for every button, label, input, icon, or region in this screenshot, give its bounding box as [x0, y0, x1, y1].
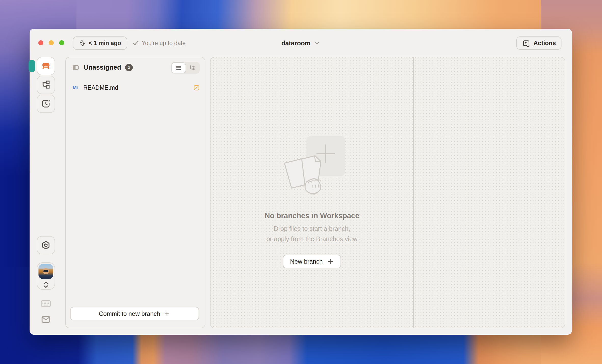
file-name: README.md: [83, 84, 118, 91]
empty-line1: Drop files to start a branch,: [274, 225, 350, 232]
plus-icon: [327, 258, 334, 265]
tree-view-icon: [189, 64, 196, 71]
chevron-down-icon: [313, 40, 320, 46]
empty-state-description: Drop files to start a branch, or apply f…: [266, 224, 357, 244]
titlebar: < 1 min ago You're up to date dataroom: [30, 29, 572, 50]
panel-title: Unassigned: [84, 63, 121, 71]
split-panel-icon: [72, 64, 80, 71]
actions-button[interactable]: Actions: [516, 36, 561, 50]
status-label: You're up to date: [142, 40, 186, 47]
project-title: dataroom: [281, 40, 310, 47]
empty-line2-prefix: or apply from the: [266, 235, 316, 242]
notification-pill: [29, 60, 35, 72]
keyboard-shortcuts-button[interactable]: [41, 300, 51, 308]
tree-view-button[interactable]: [186, 63, 199, 73]
account-switcher[interactable]: [37, 262, 55, 290]
file-row[interactable]: M↓ README.md: [68, 82, 202, 94]
empty-state-title: No branches in Workspace: [265, 212, 359, 220]
file-count-badge: 1: [125, 64, 133, 71]
minimize-button[interactable]: [49, 40, 54, 45]
workspace-empty-state: No branches in Workspace Drop files to s…: [211, 136, 413, 268]
feedback-button[interactable]: [41, 314, 51, 324]
sync-icon: [79, 40, 86, 46]
actions-label: Actions: [533, 40, 556, 47]
view-toggle: [171, 62, 200, 74]
new-branch-label: New branch: [290, 258, 323, 265]
sidebar-item-branches[interactable]: [37, 76, 55, 94]
user-avatar: [38, 264, 53, 279]
plus-icon: [164, 310, 170, 317]
sync-status-button[interactable]: < 1 min ago: [73, 36, 127, 50]
sparkle-square-icon: [522, 39, 530, 47]
branches-view-link[interactable]: Branches view: [316, 235, 358, 242]
sync-label: < 1 min ago: [89, 40, 121, 47]
desktop-wallpaper: < 1 min ago You're up to date dataroom: [0, 0, 602, 364]
new-branch-button[interactable]: New branch: [283, 255, 341, 268]
sidebar-item-workspace[interactable]: [37, 57, 55, 75]
commit-to-new-branch-button[interactable]: Commit to new branch: [70, 307, 199, 320]
up-to-date-status: You're up to date: [133, 36, 186, 50]
history-clock-icon: [41, 99, 51, 109]
chevron-up-down-icon: [42, 280, 50, 289]
branch-graph-icon: [41, 80, 51, 90]
keyboard-icon: [41, 300, 51, 308]
butler-table-icon: [41, 61, 51, 71]
unassigned-header: Unassigned 1: [66, 57, 205, 79]
mail-icon: [41, 314, 51, 324]
markdown-file-icon: M↓: [73, 85, 83, 90]
lane-divider: [413, 57, 414, 328]
list-view-icon: [175, 64, 182, 71]
drop-files-illustration: [276, 136, 348, 200]
workspace-panel: No branches in Workspace Drop files to s…: [210, 57, 565, 328]
project-switcher[interactable]: dataroom: [281, 36, 320, 50]
modified-pencil-icon: [193, 84, 200, 91]
window-controls: [38, 40, 64, 45]
list-view-button[interactable]: [172, 63, 186, 73]
commit-button-label: Commit to new branch: [99, 310, 160, 317]
settings-hex-icon: [41, 240, 51, 250]
app-window: < 1 min ago You're up to date dataroom: [30, 29, 572, 335]
close-button[interactable]: [38, 40, 43, 45]
unassigned-panel: Unassigned 1: [65, 57, 205, 328]
sidebar-item-history[interactable]: [37, 95, 55, 113]
zoom-button[interactable]: [59, 40, 64, 45]
check-icon: [133, 40, 139, 46]
settings-button[interactable]: [37, 236, 55, 254]
